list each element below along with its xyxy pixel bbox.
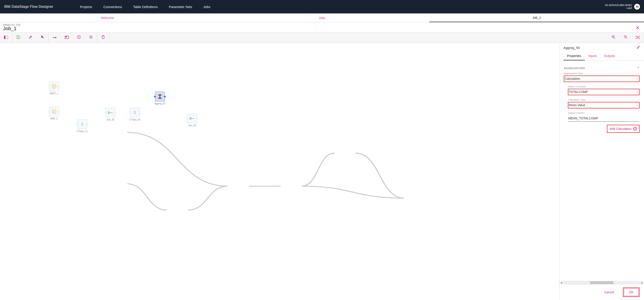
tab-job-1[interactable]: Job_1 [430, 14, 644, 22]
zoom-fit-button[interactable] [632, 33, 644, 43]
add-calculation-button[interactable]: Add Calculation + [608, 126, 639, 132]
output-port[interactable] [114, 112, 116, 114]
scrollbar-track[interactable] [563, 281, 640, 284]
app-header: IBM DataStage Flow Designer Projects Con… [0, 0, 644, 14]
user-avatar[interactable]: AI [634, 4, 640, 10]
output-port[interactable] [164, 96, 166, 98]
server-host: IIS-SERVER.IBM.DEMO [605, 4, 632, 7]
calculation-type-label: Calcuation Type [568, 98, 640, 101]
input-port[interactable] [48, 111, 50, 112]
section-aggregations-header[interactable]: AGGREGATIONS ⌃ [564, 66, 640, 70]
tab-properties[interactable]: Properties [564, 52, 585, 60]
panel-header: Aggreg_55 [559, 43, 644, 52]
svg-rect-1 [4, 36, 5, 39]
save-icon [16, 35, 20, 40]
nav-connections[interactable]: Connections [104, 5, 122, 9]
field-calculation-type: Calcuation Type Mean Value [568, 98, 640, 108]
stage-emp_2[interactable] [49, 107, 59, 116]
svg-point-4 [53, 37, 54, 38]
plus-circle-icon: + [633, 127, 637, 131]
delete-button[interactable] [97, 33, 109, 43]
scrollbar-thumb[interactable] [590, 281, 613, 284]
toggle-palette-button[interactable] [0, 33, 12, 43]
flow-links [0, 43, 559, 300]
input-port[interactable] [186, 118, 188, 119]
stage-ctrans_11[interactable] [77, 119, 87, 129]
nav-table-definitions[interactable]: Table Definitions [133, 5, 158, 9]
output-port[interactable] [58, 86, 60, 87]
output-column-input[interactable] [568, 115, 640, 122]
workspace-tabs: Welcome Jobs Job_1 [0, 14, 644, 22]
trash-icon [102, 35, 105, 40]
zoom-in-icon [612, 35, 616, 40]
tab-inputs[interactable]: Inputs [585, 52, 600, 60]
stage-label: Aggreg_55 [151, 102, 169, 105]
panel-horizontal-scrollbar[interactable]: ◀ ▶ [559, 281, 644, 284]
stage-label: CTrans_11 [73, 130, 91, 133]
tab-jobs[interactable]: Jobs [214, 14, 429, 22]
panel-body[interactable]: AGGREGATIONS ⌃ Aggregation Type Calculat… [559, 61, 644, 281]
stage-dept_1[interactable] [49, 82, 59, 91]
server-info: IIS-SERVER.IBM.DEMO Lab3 [605, 4, 632, 10]
stage-join_54[interactable] [187, 114, 197, 123]
tab-outputs[interactable]: Outputs [600, 52, 618, 60]
output-port[interactable] [86, 123, 88, 125]
stage-label: Join_25 [102, 119, 119, 121]
compile-button[interactable] [24, 33, 36, 43]
field-output-column: Output Column [568, 112, 640, 122]
stage-label: CTrans_41 [126, 119, 144, 121]
chevron-up-icon: ⌃ [637, 66, 640, 70]
cancel-button[interactable]: Cancel [599, 287, 619, 297]
wrench-icon [28, 35, 32, 40]
nav-projects[interactable]: Projects [80, 5, 92, 9]
calculation-type-select[interactable]: Mean Value [568, 102, 640, 108]
settings-button[interactable] [85, 33, 97, 43]
panel-footer: Cancel OK [559, 284, 644, 300]
schedule-button[interactable] [73, 33, 85, 43]
scroll-right-icon[interactable]: ▶ [640, 281, 644, 284]
annotation-icon [65, 35, 69, 40]
input-port[interactable] [104, 112, 106, 114]
nav-jobs[interactable]: Jobs [203, 5, 210, 9]
output-port[interactable] [196, 118, 198, 119]
output-column-label: Output Column [568, 112, 640, 114]
edit-stage-name-button[interactable] [637, 46, 640, 50]
panel-icon [4, 35, 8, 40]
flow-canvas[interactable]: DEPT_1EMP_2CTrans_11Join_25CTrans_41Aggr… [0, 43, 559, 300]
stage-join_25[interactable] [106, 108, 115, 118]
select-column-label: Select a Column [568, 85, 640, 88]
link-tool-button[interactable] [49, 33, 61, 43]
section-aggregations-label: AGGREGATIONS [564, 67, 585, 70]
stage-label: EMP_2 [45, 117, 63, 120]
save-button[interactable] [12, 33, 24, 43]
ok-button[interactable]: OK [624, 288, 639, 296]
panel-tabs: Properties Inputs Outputs [559, 52, 644, 61]
output-port[interactable] [139, 112, 141, 114]
svg-rect-12 [637, 37, 639, 38]
input-port[interactable] [76, 123, 78, 125]
zoom-in-button[interactable] [608, 33, 620, 43]
brand-label: IBM DataStage Flow Designer [4, 5, 53, 9]
zoom-fit-icon [636, 35, 640, 40]
svg-point-9 [90, 37, 92, 38]
pencil-icon [637, 46, 640, 49]
input-port[interactable] [48, 86, 50, 87]
input-port[interactable] [154, 96, 156, 98]
output-port[interactable] [58, 111, 60, 112]
run-button[interactable] [36, 33, 48, 43]
nav-parameter-sets[interactable]: Parameter Sets [169, 5, 192, 9]
scroll-left-icon[interactable]: ◀ [559, 281, 563, 284]
aggregation-type-select[interactable]: Calculation [564, 76, 640, 82]
stage-aggreg_55[interactable] [155, 92, 165, 102]
project-label: Lab3 [605, 7, 632, 10]
zoom-out-button[interactable] [620, 33, 632, 43]
job-toolbar [0, 33, 644, 43]
tab-welcome[interactable]: Welcome [0, 14, 214, 22]
close-job-button[interactable]: ✕ [634, 25, 641, 31]
svg-rect-7 [66, 37, 67, 37]
select-column-select[interactable]: TOTALCOMP [568, 89, 640, 95]
main-nav: Projects Connections Table Definitions P… [80, 5, 210, 9]
input-port[interactable] [129, 112, 131, 114]
stage-ctrans_41[interactable] [130, 108, 140, 118]
annotation-button[interactable] [61, 33, 73, 43]
